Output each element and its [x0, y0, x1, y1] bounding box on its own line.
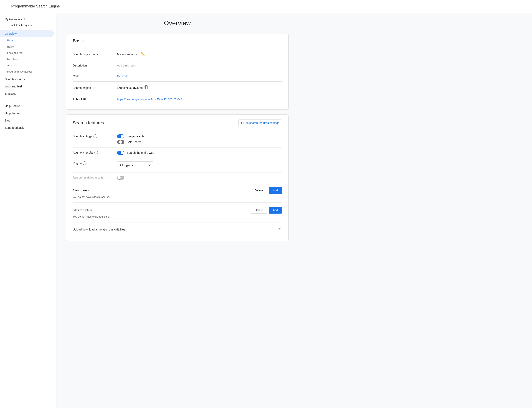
sf-card-header: Search features All search features sett…	[73, 119, 282, 126]
search-features-card: Search features All search features sett…	[66, 114, 289, 241]
sidebar-item-look-feel[interactable]: Look and feel	[0, 50, 54, 56]
upload-download-title: Upload/download annotations in XML files	[73, 228, 125, 231]
region-restricted-info-icon[interactable]: i	[105, 176, 108, 179]
sites-to-search-buttons: Delete Add	[251, 187, 282, 194]
engine-id-label: Search engine ID	[73, 86, 117, 89]
search-settings-info-icon[interactable]: i	[94, 134, 97, 138]
engine-name-row: Search engine name My kronos search ✏️	[73, 48, 282, 60]
search-entire-web-toggle[interactable]	[117, 151, 124, 155]
sidebar-item-look-feel-main[interactable]: Look and feel	[0, 83, 54, 90]
sidebar-item-overview[interactable]: Overview	[0, 30, 54, 37]
back-to-all-engines[interactable]: ← Back to all engines	[0, 22, 56, 28]
description-value[interactable]: Add description	[117, 64, 282, 67]
page-title: Overview	[66, 19, 289, 27]
edit-engine-name-icon[interactable]: ✏️	[141, 52, 145, 56]
upload-download-chevron-icon[interactable]	[277, 227, 282, 232]
sidebar-item-search-features[interactable]: Basic	[0, 43, 54, 50]
sidebar-item-members[interactable]: Members	[0, 56, 54, 62]
region-info-icon[interactable]: i	[83, 162, 86, 165]
code-row: Code Get code	[73, 71, 282, 82]
sites-to-exclude-header: Sites to exclude Delete Add	[73, 207, 282, 213]
sidebar-stats-label: Statistics	[5, 92, 16, 95]
sidebar-item-search-features-main[interactable]: Search features	[0, 76, 54, 83]
search-entire-web-label: Search the entire web	[127, 151, 154, 154]
engine-name-value: My kronos search ✏️	[117, 52, 282, 56]
sites-to-search-title: Sites to search	[73, 189, 92, 192]
region-restricted-content	[117, 176, 282, 180]
augment-results-label: Augment results i	[73, 151, 117, 154]
sidebar-lfm-label: Look and feel	[5, 85, 22, 88]
all-settings-label: All search features settings	[245, 121, 279, 125]
description-row: Description Add description	[73, 60, 282, 71]
copy-engine-id-icon[interactable]	[144, 85, 148, 90]
engine-id-row: Search engine ID 45bacf7c062d740e8	[73, 82, 282, 94]
sidebar-item-send-feedback[interactable]: Send feedback	[0, 124, 56, 131]
sites-to-exclude-add-button[interactable]: Add	[269, 207, 282, 213]
augment-results-content: Search the entire web	[117, 151, 282, 155]
sites-to-search-delete-button[interactable]: Delete	[251, 187, 267, 194]
region-label: Region i	[73, 162, 117, 165]
region-row: Region i All regions United States Unite…	[73, 158, 282, 172]
public-url-row: Public URL https://cse.google.com/cse?cx…	[73, 94, 282, 105]
engine-name-label: My kronos search	[0, 16, 56, 22]
sidebar-prog-label: Programmatic access	[7, 70, 33, 73]
public-url-value[interactable]: https://cse.google.com/cse?cx=45bacf7c06…	[117, 98, 282, 101]
sidebar-overview-label: Overview	[5, 32, 17, 35]
sites-to-exclude-empty: You do not have excluded sites.	[73, 215, 282, 218]
search-settings-content: Image search SafeSearch	[117, 134, 282, 144]
region-dropdown[interactable]: All regions United States United Kingdom…	[117, 162, 153, 169]
sites-to-exclude-buttons: Delete Add	[251, 207, 282, 213]
upload-download-row: Upload/download annotations in XML files	[73, 222, 282, 236]
topbar: Programmable Search Engine	[0, 0, 532, 13]
region-restricted-row: Region-restricted results i	[73, 172, 282, 183]
engine-id-value: 45bacf7c062d740e8	[117, 85, 282, 90]
sites-to-search-empty: You do not have sites to search.	[73, 196, 282, 198]
search-settings-label: Search settings i	[73, 134, 117, 138]
image-search-toggle-row: Image search	[117, 134, 282, 138]
sidebar-item-help-forum[interactable]: Help Forum	[0, 110, 56, 117]
menu-icon[interactable]	[3, 4, 8, 9]
sidebar-item-help-centre[interactable]: Help Centre	[0, 102, 56, 110]
sidebar-item-programmatic[interactable]: Programmatic access	[0, 68, 54, 75]
sidebar-ads-label: Ads	[7, 64, 12, 67]
sidebar-item-statistics[interactable]: Statistics	[0, 90, 54, 97]
main-content: Overview Basic Search engine name My kro…	[56, 13, 298, 408]
sites-to-exclude-section: Sites to exclude Delete Add You do not h…	[73, 203, 282, 222]
sf-card-title: Search features	[73, 120, 104, 126]
augment-results-row: Augment results i Search the entire web	[73, 147, 282, 158]
basic-card: Basic Search engine name My kronos searc…	[66, 33, 289, 110]
all-search-features-settings-button[interactable]: All search features settings	[238, 119, 282, 126]
sidebar-sfm-label: Search features	[5, 77, 25, 81]
description-text: Add description	[117, 64, 137, 67]
engine-id-text: 45bacf7c062d740e8	[117, 86, 143, 89]
region-restricted-toggle-row	[117, 176, 282, 180]
image-search-label: Image search	[127, 135, 144, 138]
safesearch-toggle[interactable]	[117, 140, 124, 144]
external-link-icon	[241, 121, 244, 125]
sidebar-lf-label: Look and feel	[7, 51, 23, 54]
engine-name-text: My kronos search	[117, 53, 139, 56]
sites-to-exclude-delete-button[interactable]: Delete	[251, 207, 267, 213]
safesearch-toggle-row: SafeSearch	[117, 140, 282, 144]
sidebar: My kronos search ← Back to all engines O…	[0, 13, 56, 408]
search-entire-web-toggle-row: Search the entire web	[117, 151, 282, 155]
get-code-link: Get code	[117, 75, 129, 78]
region-content: All regions United States United Kingdom…	[117, 162, 282, 169]
engine-name-field-label: Search engine name	[73, 53, 117, 56]
region-restricted-label: Region-restricted results i	[73, 176, 117, 179]
sidebar-item-basic[interactable]: Basic	[0, 37, 54, 43]
search-settings-row: Search settings i Image search	[73, 131, 282, 147]
sidebar-item-blog[interactable]: Blog	[0, 117, 56, 124]
sidebar-item-ads[interactable]: Ads	[0, 62, 54, 68]
code-field-label: Code	[73, 75, 117, 78]
code-value[interactable]: Get code	[117, 75, 282, 78]
sidebar-basic-label: Basic	[7, 39, 14, 42]
sidebar-members-label: Members	[7, 58, 18, 61]
description-field-label: Description	[73, 64, 117, 67]
image-search-toggle[interactable]	[117, 134, 124, 138]
region-restricted-toggle	[117, 176, 124, 180]
sites-to-search-add-button[interactable]: Add	[269, 187, 282, 194]
augment-results-info-icon[interactable]: i	[94, 151, 98, 154]
back-arrow-icon: ←	[5, 23, 8, 27]
public-url-text: https://cse.google.com/cse?cx=45bacf7c06…	[117, 98, 182, 101]
